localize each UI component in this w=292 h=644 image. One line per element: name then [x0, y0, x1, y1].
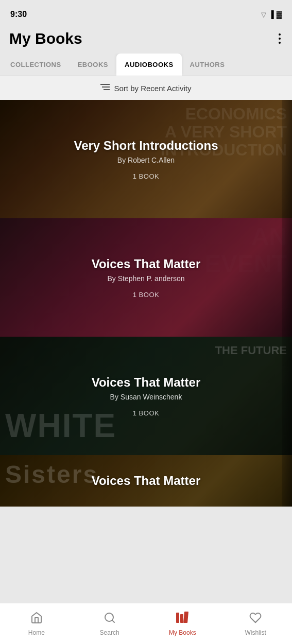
- book-title: Very Short Introductions: [74, 138, 218, 153]
- status-icons: ▽ ▐ ▓: [261, 10, 282, 19]
- content-area: Sort by Recent Activity ECONOMICSA Very …: [0, 76, 292, 548]
- bottom-nav: Home Search My Books Wishlist: [0, 603, 292, 644]
- book-card-overlay: Very Short Introductions By Robert C.All…: [0, 100, 292, 218]
- book-title: Voices That Matter: [92, 375, 201, 390]
- svg-line-4: [112, 620, 114, 622]
- menu-dot: [279, 33, 281, 36]
- svg-rect-7: [183, 612, 188, 623]
- tab-ebooks[interactable]: EBOOKS: [70, 54, 116, 76]
- more-options-button[interactable]: [277, 31, 283, 46]
- book-card[interactable]: ANEVENT Voices That Matter By Stephen P.…: [0, 218, 292, 337]
- nav-home[interactable]: Home: [0, 603, 73, 644]
- book-card[interactable]: Sisters Voices That Matter: [0, 455, 292, 507]
- sort-icon: [100, 83, 110, 93]
- book-card[interactable]: ECONOMICSA Very ShortIntroduction Very S…: [0, 100, 292, 218]
- book-title: Voices That Matter: [92, 257, 201, 271]
- wifi-icon: ▽: [261, 11, 266, 19]
- nav-home-label: Home: [28, 629, 45, 636]
- status-bar: 9:30 ▽ ▐ ▓: [0, 0, 292, 26]
- heart-icon: [249, 612, 262, 627]
- book-count: 1 BOOK: [133, 291, 159, 299]
- book-title: Voices That Matter: [92, 474, 201, 488]
- menu-dot: [279, 38, 281, 40]
- home-icon: [30, 612, 43, 627]
- nav-wishlist-label: Wishlist: [245, 629, 266, 636]
- nav-search[interactable]: Search: [73, 603, 146, 644]
- book-count: 1 BOOK: [133, 409, 159, 417]
- mybooks-icon: [176, 612, 189, 627]
- book-card-overlay: Voices That Matter By Susan Weinschenk 1…: [0, 337, 292, 455]
- page-title: My Books: [9, 30, 82, 47]
- battery-icon: ▓: [277, 10, 282, 19]
- status-time: 9:30: [10, 10, 27, 19]
- svg-rect-6: [180, 614, 183, 623]
- sort-label: Sort by Recent Activity: [114, 84, 191, 93]
- signal-icon: ▐: [269, 10, 274, 19]
- tab-audiobooks[interactable]: AUDIOBOOKS: [116, 54, 182, 76]
- nav-wishlist[interactable]: Wishlist: [219, 603, 292, 644]
- nav-mybooks[interactable]: My Books: [146, 603, 219, 644]
- book-card-overlay: Voices That Matter: [0, 455, 292, 507]
- menu-dot: [279, 42, 281, 44]
- search-icon: [104, 612, 116, 627]
- header: My Books: [0, 26, 292, 54]
- tab-authors[interactable]: AUTHORS: [182, 54, 233, 76]
- book-count: 1 BOOK: [133, 172, 159, 180]
- tabs-bar: COLLECTIONS EBOOKS AUDIOBOOKS AUTHORS: [0, 54, 292, 76]
- books-list: ECONOMICSA Very ShortIntroduction Very S…: [0, 100, 292, 507]
- book-card-overlay: Voices That Matter By Stephen P. anderso…: [0, 218, 292, 337]
- book-card[interactable]: THE FUTURE WHITE Voices That Matter By S…: [0, 337, 292, 455]
- sort-bar[interactable]: Sort by Recent Activity: [0, 76, 292, 100]
- book-author: By Robert C.Allen: [117, 156, 175, 164]
- svg-rect-5: [176, 613, 179, 623]
- nav-mybooks-label: My Books: [169, 629, 196, 636]
- nav-search-label: Search: [100, 629, 119, 636]
- book-author: By Susan Weinschenk: [110, 393, 182, 401]
- book-author: By Stephen P. anderson: [108, 274, 185, 283]
- tab-collections[interactable]: COLLECTIONS: [2, 54, 70, 76]
